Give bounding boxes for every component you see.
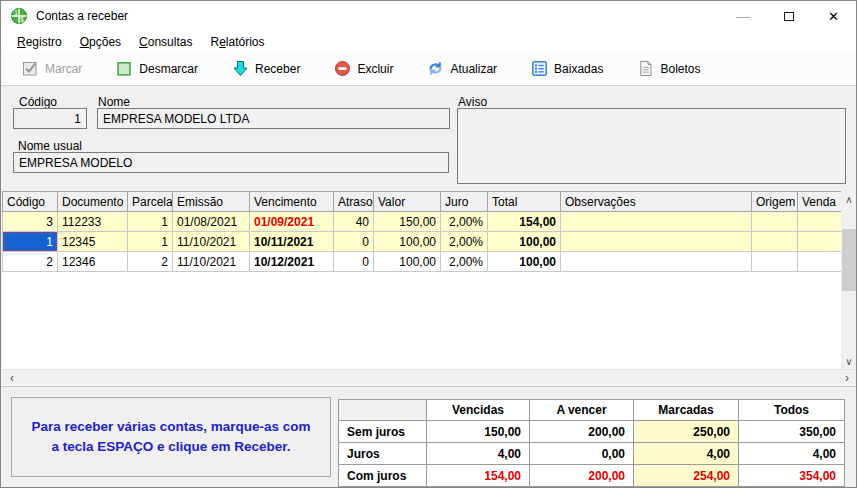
- menu-item-opcoes[interactable]: Opções: [73, 33, 128, 51]
- grid-cell[interactable]: 11/10/2021: [173, 252, 250, 272]
- grid-cell[interactable]: [752, 252, 798, 272]
- grid-cell-selected[interactable]: 1: [3, 232, 58, 252]
- vertical-scrollbar[interactable]: ∧ ∨: [841, 191, 857, 369]
- grid-cell[interactable]: 10/12/2021: [250, 252, 334, 272]
- grid-cell[interactable]: [752, 232, 798, 252]
- grid-cell[interactable]: 2: [3, 252, 58, 272]
- grid-cell[interactable]: 1: [128, 212, 173, 232]
- totals-panel: Para receber várias contas, marque-as co…: [1, 386, 856, 487]
- receber-label: Receber: [255, 62, 300, 76]
- col-header-emissao: Emissão: [173, 192, 250, 212]
- summary-col-vencidas: Vencidas: [427, 400, 530, 421]
- nome-usual-label: Nome usual: [18, 139, 82, 153]
- grid-row-overdue: 3 112233 1 01/08/2021 01/09/2021 40 150,…: [3, 212, 843, 232]
- summary-row-juros: Juros 4,00 0,00 4,00 4,00: [339, 443, 845, 465]
- grid-cell[interactable]: 2,00%: [441, 232, 488, 252]
- customer-panel: Código Nome Aviso Nome usual: [1, 86, 856, 191]
- excluir-button[interactable]: Excluir: [330, 57, 397, 80]
- col-header-atraso: Atraso: [334, 192, 374, 212]
- grid-cell[interactable]: 150,00: [374, 212, 441, 232]
- grid-row-selected: 1 12345 1 11/10/2021 10/11/2021 0 100,00…: [3, 232, 843, 252]
- grid-cell[interactable]: [798, 212, 843, 232]
- instruction-text: Para receber várias contas, marque-as co…: [11, 397, 331, 477]
- menu-item-relatorios[interactable]: Relatórios: [203, 33, 271, 51]
- menu-label-key: O: [80, 35, 89, 49]
- grid-cell[interactable]: 10/11/2021: [250, 232, 334, 252]
- menu-label-part: pções: [89, 35, 121, 49]
- scroll-left-icon[interactable]: ‹: [4, 370, 20, 385]
- menu-label-key: C: [139, 35, 148, 49]
- grid-cell[interactable]: 112233: [58, 212, 128, 232]
- summary-value: 200,00: [530, 465, 634, 487]
- codigo-field[interactable]: [13, 108, 87, 129]
- menu-bar: Registro Opções Consultas Relatórios: [1, 31, 856, 52]
- summary-value: 150,00: [427, 421, 530, 443]
- receber-button[interactable]: Receber: [228, 57, 304, 80]
- menu-item-registro[interactable]: Registro: [10, 33, 69, 51]
- grid-cell[interactable]: 2,00%: [441, 212, 488, 232]
- grid-cell[interactable]: [561, 232, 752, 252]
- summary-row-label: Sem juros: [339, 421, 427, 443]
- grid-cell[interactable]: 12345: [58, 232, 128, 252]
- close-button[interactable]: ✕: [811, 1, 856, 31]
- grid-cell[interactable]: 0: [334, 252, 374, 272]
- svg-text:1: 1: [14, 9, 18, 16]
- grid-cell[interactable]: 0: [334, 232, 374, 252]
- menu-item-consultas[interactable]: Consultas: [132, 33, 199, 51]
- red-minus-circle-icon: [334, 60, 351, 77]
- baixadas-button[interactable]: Baixadas: [527, 57, 607, 80]
- grid-cell[interactable]: 100,00: [488, 252, 561, 272]
- grid-cell[interactable]: 2: [128, 252, 173, 272]
- horizontal-scrollbar[interactable]: ‹ ›: [2, 369, 857, 385]
- grid-cell[interactable]: 100,00: [374, 232, 441, 252]
- excluir-label: Excluir: [357, 62, 393, 76]
- summary-col-marcadas: Marcadas: [634, 400, 739, 421]
- scroll-right-icon[interactable]: ›: [839, 370, 855, 385]
- nome-usual-field[interactable]: [13, 152, 449, 173]
- grid-cell[interactable]: 01/08/2021: [173, 212, 250, 232]
- nome-label: Nome: [98, 95, 130, 109]
- col-header-valor: Valor: [374, 192, 441, 212]
- summary-row-label: Juros: [339, 443, 427, 465]
- grid-cell[interactable]: [798, 232, 843, 252]
- maximize-button[interactable]: [766, 1, 811, 31]
- grid-cell[interactable]: 100,00: [374, 252, 441, 272]
- desmarcar-label: Desmarcar: [139, 62, 198, 76]
- desmarcar-button[interactable]: Desmarcar: [112, 57, 202, 80]
- grid-cell[interactable]: 11/10/2021: [173, 232, 250, 252]
- menu-label-key: R: [17, 35, 26, 49]
- summary-value: 250,00: [634, 421, 739, 443]
- grid-cell[interactable]: [752, 212, 798, 232]
- summary-row-label: Com juros: [339, 465, 427, 487]
- scroll-up-icon[interactable]: ∧: [841, 191, 857, 207]
- app-money-pie-icon: 1 $: [10, 7, 28, 25]
- grid-cell[interactable]: 40: [334, 212, 374, 232]
- title-bar: 1 $ Contas a receber — ✕: [1, 1, 856, 31]
- codigo-label: Código: [19, 95, 57, 109]
- grid-cell[interactable]: [561, 252, 752, 272]
- svg-text:$: $: [20, 16, 24, 23]
- grid-cell[interactable]: 2,00%: [441, 252, 488, 272]
- grid-cell[interactable]: [798, 252, 843, 272]
- grid-cell[interactable]: 01/09/2021: [250, 212, 334, 232]
- menu-label-part: R: [210, 35, 219, 49]
- grid-cell[interactable]: 154,00: [488, 212, 561, 232]
- summary-row-sem-juros: Sem juros 150,00 200,00 250,00 350,00: [339, 421, 845, 443]
- grid-cell[interactable]: [561, 212, 752, 232]
- boletos-button[interactable]: Boletos: [633, 57, 704, 80]
- grid-cell[interactable]: 12346: [58, 252, 128, 272]
- aviso-field[interactable]: [457, 108, 846, 184]
- vertical-scrollbar-thumb[interactable]: [842, 229, 856, 291]
- col-header-juro: Juro: [441, 192, 488, 212]
- atualizar-button[interactable]: Atualizar: [423, 57, 501, 80]
- checkbox-checked-icon: [22, 60, 39, 77]
- grid-cell[interactable]: 100,00: [488, 232, 561, 252]
- col-header-codigo: Código: [3, 192, 58, 212]
- grid-cell[interactable]: 1: [128, 232, 173, 252]
- grid-cell[interactable]: 3: [3, 212, 58, 232]
- scroll-down-icon[interactable]: ∨: [841, 353, 857, 369]
- toolbar: Marcar Desmarcar Receber Excluir: [1, 52, 856, 86]
- summary-row-com-juros: Com juros 154,00 200,00 254,00 354,00: [339, 465, 845, 487]
- summary-value: 350,00: [739, 421, 845, 443]
- nome-field[interactable]: [97, 108, 450, 129]
